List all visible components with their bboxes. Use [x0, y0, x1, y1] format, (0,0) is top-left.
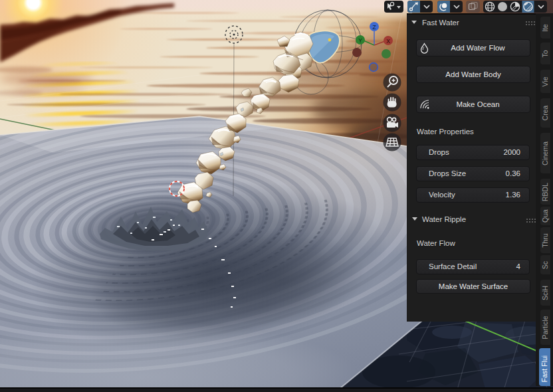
svg-text:Y: Y — [358, 37, 362, 44]
svg-text:X: X — [386, 38, 390, 45]
svg-text:Z: Z — [372, 24, 376, 31]
